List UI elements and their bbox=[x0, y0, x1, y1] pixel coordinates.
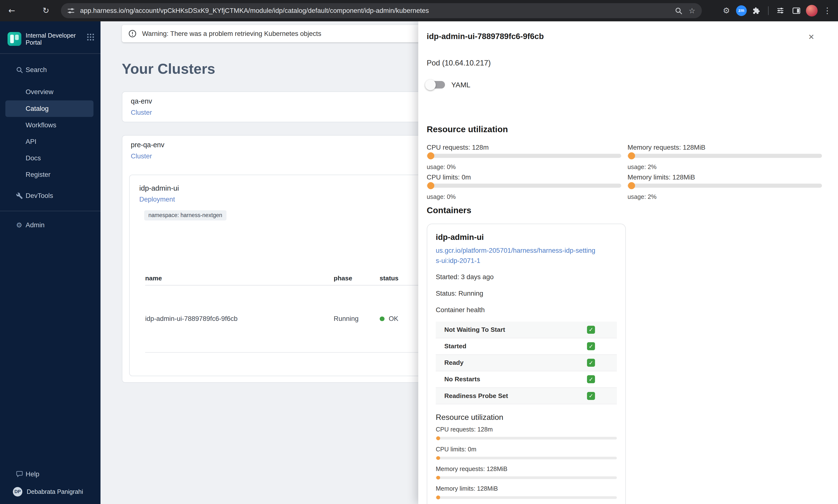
column-header-phase: phase bbox=[334, 274, 380, 282]
metric-memory-requests: Memory requests: 128MiB usage: 2% bbox=[628, 143, 822, 171]
check-label: Ready bbox=[444, 359, 587, 366]
progress-bar bbox=[427, 184, 621, 188]
address-bar[interactable]: app.harness.io/ng/account/vpCkHKsDSxK9_K… bbox=[61, 3, 702, 18]
media-controls-icon[interactable] bbox=[774, 4, 787, 17]
metric-usage: usage: 0% bbox=[427, 193, 621, 201]
mini-metric-label: CPU limits: 0m bbox=[436, 446, 617, 453]
progress-bar bbox=[427, 154, 621, 158]
pod-name: idp-admin-ui-7889789fc6-9f6cb bbox=[145, 315, 334, 323]
check-icon: ✓ bbox=[587, 326, 595, 334]
pod-details-drawer: idp-admin-ui-7889789fc6-9f6cb ✕ Pod (10.… bbox=[418, 21, 838, 504]
metric-usage: usage: 2% bbox=[628, 193, 822, 201]
health-check-row: Not Waiting To Start ✓ bbox=[436, 322, 617, 338]
check-label: No Restarts bbox=[444, 376, 587, 383]
apps-grid-icon[interactable] bbox=[87, 34, 94, 41]
mini-metric-label: Memory requests: 128MiB bbox=[436, 465, 617, 473]
sidebar-divider-2 bbox=[0, 211, 101, 211]
health-checks: Not Waiting To Start ✓ Started ✓ Ready ✓… bbox=[436, 322, 617, 404]
toggle-knob bbox=[425, 79, 436, 90]
container-started: Started: 3 days ago bbox=[436, 273, 617, 281]
mini-metric-label: Memory limits: 128MiB bbox=[436, 485, 617, 492]
metric-label: CPU limits: 0m bbox=[427, 173, 621, 181]
admin-label: Admin bbox=[26, 221, 45, 229]
check-icon: ✓ bbox=[587, 375, 595, 383]
container-card: idp-admin-ui us.gcr.io/platform-205701/h… bbox=[427, 223, 626, 504]
extensions-puzzle-icon[interactable] bbox=[750, 4, 763, 17]
container-resource-heading: Resource utilization bbox=[436, 413, 617, 422]
pod-subtitle: Pod (10.64.10.217) bbox=[427, 59, 830, 67]
url-text[interactable]: app.harness.io/ng/account/vpCkHKsDSxK9_K… bbox=[80, 7, 675, 15]
sidebar-item-admin[interactable]: ⚙ Admin bbox=[0, 218, 101, 233]
progress-bar bbox=[628, 184, 822, 188]
health-check-row: Readiness Probe Set ✓ bbox=[436, 388, 617, 404]
zoom-extension-icon[interactable]: zm bbox=[736, 5, 747, 16]
check-icon: ✓ bbox=[587, 342, 595, 350]
zoom-search-icon[interactable] bbox=[675, 7, 682, 15]
search-icon bbox=[16, 67, 23, 73]
health-check-row: No Restarts ✓ bbox=[436, 371, 617, 388]
browser-profile-avatar[interactable] bbox=[806, 5, 818, 17]
sidebar-item-catalog[interactable]: Catalog bbox=[5, 101, 93, 117]
browser-menu-icon[interactable]: ⋮ bbox=[821, 4, 834, 17]
app-title: Internal Developer Portal bbox=[26, 32, 77, 46]
mini-metric-cpu-requests: CPU requests: 128m bbox=[436, 426, 617, 439]
resource-utilization-heading: Resource utilization bbox=[427, 124, 830, 134]
sidebar-header: Internal Developer Portal bbox=[0, 21, 101, 46]
metric-label: CPU requests: 128m bbox=[427, 143, 621, 151]
browser-toolbar: ← ↻ app.harness.io/ng/account/vpCkHKsDSx… bbox=[0, 0, 838, 21]
containers-heading: Containers bbox=[427, 205, 830, 215]
check-icon: ✓ bbox=[587, 392, 595, 400]
yaml-toggle[interactable] bbox=[427, 81, 445, 89]
toolbar-divider bbox=[768, 6, 769, 15]
health-check-row: Ready ✓ bbox=[436, 355, 617, 371]
sidebar-item-help[interactable]: Help bbox=[0, 468, 101, 481]
mini-progress-bar bbox=[436, 476, 617, 479]
sidebar-item-api[interactable]: API bbox=[0, 133, 101, 150]
check-label: Not Waiting To Start bbox=[444, 326, 587, 334]
sidebar: Internal Developer Portal Search Overvie… bbox=[0, 21, 101, 504]
pod-status: OK bbox=[389, 315, 398, 323]
search-label: Search bbox=[26, 66, 47, 74]
help-label: Help bbox=[26, 470, 39, 478]
sidebar-item-docs[interactable]: Docs bbox=[0, 150, 101, 166]
health-check-row: Started ✓ bbox=[436, 338, 617, 355]
metric-cpu-requests: CPU requests: 128m usage: 0% bbox=[427, 143, 621, 171]
check-icon: ✓ bbox=[587, 359, 595, 367]
wrench-icon bbox=[16, 192, 23, 199]
container-mini-metrics: CPU requests: 128m CPU limits: 0m Memory… bbox=[436, 426, 617, 499]
back-icon[interactable]: ← bbox=[5, 4, 18, 17]
progress-bar bbox=[628, 154, 822, 158]
sidebar-search[interactable]: Search bbox=[0, 62, 101, 77]
metric-usage: usage: 2% bbox=[628, 163, 822, 171]
close-icon[interactable]: ✕ bbox=[804, 29, 819, 44]
refresh-icon[interactable]: ↻ bbox=[39, 4, 52, 17]
site-controls-icon[interactable] bbox=[67, 7, 75, 15]
container-health-heading: Container health bbox=[436, 306, 617, 314]
warning-icon bbox=[128, 29, 137, 38]
container-name: idp-admin-ui bbox=[436, 233, 617, 241]
sidebar-item-devtools[interactable]: DevTools bbox=[0, 188, 101, 203]
metric-cpu-limits: CPU limits: 0m usage: 0% bbox=[427, 173, 621, 201]
user-profile[interactable]: DP Debabrata Panigrahi bbox=[0, 487, 101, 497]
extension-gear-icon[interactable]: ⚙ bbox=[720, 4, 733, 17]
check-label: Started bbox=[444, 342, 587, 350]
namespace-chip: namespace: harness-nextgen bbox=[144, 210, 227, 220]
harness-idp-logo[interactable] bbox=[7, 32, 21, 46]
column-header-name: name bbox=[145, 274, 334, 282]
mini-progress-bar bbox=[436, 496, 617, 499]
metric-usage: usage: 0% bbox=[427, 163, 621, 171]
drawer-title: idp-admin-ui-7889789fc6-9f6cb bbox=[427, 32, 830, 40]
screen: ← ↻ app.harness.io/ng/account/vpCkHKsDSx… bbox=[0, 0, 838, 504]
sidebar-item-workflows[interactable]: Workflows bbox=[0, 117, 101, 133]
sidebar-item-overview[interactable]: Overview bbox=[0, 84, 101, 100]
container-status: Status: Running bbox=[436, 289, 617, 298]
sidebar-nav: Overview Catalog Workflows API Docs Regi… bbox=[0, 84, 101, 183]
sidebar-divider bbox=[0, 53, 101, 54]
side-panel-icon[interactable] bbox=[790, 4, 803, 17]
container-image-link[interactable]: us.gcr.io/platform-205701/harness/harnes… bbox=[436, 246, 596, 266]
user-avatar: DP bbox=[13, 487, 22, 497]
warning-text: Warning: There was a problem retrieving … bbox=[142, 30, 321, 38]
mini-metric-memory-limits: Memory limits: 128MiB bbox=[436, 485, 617, 499]
sidebar-item-register[interactable]: Register bbox=[0, 166, 101, 183]
bookmark-star-icon[interactable]: ☆ bbox=[689, 6, 696, 15]
